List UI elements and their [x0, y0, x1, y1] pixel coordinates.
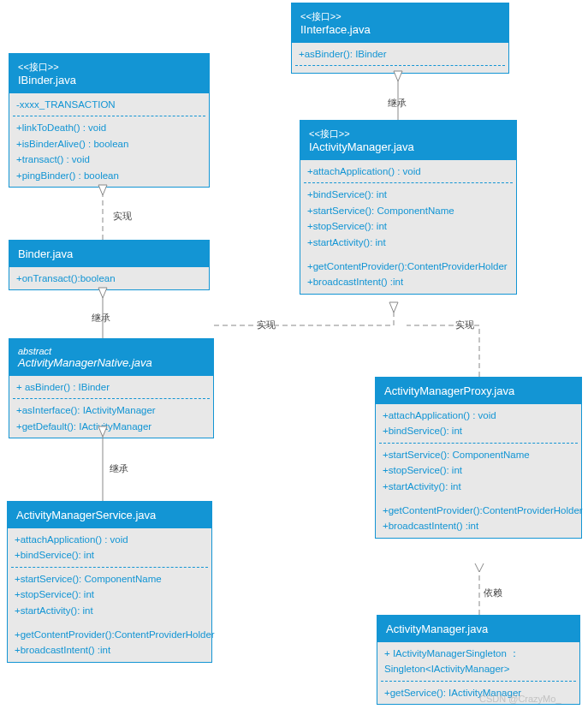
class-title: ActivityManagerService.java	[16, 509, 156, 521]
class-binder: Binder.java +onTransact():boolean	[9, 240, 210, 290]
label-inherit: 继承	[388, 97, 407, 110]
class-header: ActivityManagerProxy.java	[376, 378, 581, 404]
class-header: ActivityManagerService.java	[8, 502, 211, 528]
m2: +startService(): ComponentName +stopServ…	[379, 443, 578, 498]
label-inherit: 继承	[110, 462, 128, 475]
methods: +linkToDeath() : void +isBinderAlive() :…	[13, 116, 205, 187]
m3: +getContentProvider():ContentProviderHol…	[376, 499, 581, 538]
class-ibinder: <<接口>> IBinder.java -xxxx_TRANSACTION +l…	[9, 53, 210, 188]
class-amnative: abstract ActivityManagerNative.java + as…	[9, 338, 214, 438]
class-title: IActivityManager.java	[309, 140, 414, 153]
stereotype: <<接口>>	[309, 128, 508, 140]
label-realize: 实现	[257, 319, 276, 331]
label-realize: 实现	[455, 319, 474, 331]
m2: +bindService(): int +startService(): Com…	[304, 182, 513, 253]
label-inherit: 继承	[92, 312, 110, 325]
methods: +onTransact():boolean	[9, 267, 209, 289]
label-realize: 实现	[113, 210, 132, 223]
class-title: ActivityManagerProxy.java	[384, 384, 514, 397]
empty-section	[295, 65, 505, 73]
class-title: ActivityManager.java	[386, 623, 488, 635]
methods: +asBinder(): IBinder	[292, 43, 508, 65]
class-amproxy: ActivityManagerProxy.java +attachApplica…	[375, 377, 582, 539]
m1: +attachApplication() : void +bindService…	[376, 404, 581, 443]
class-title: IBinder.java	[18, 74, 76, 86]
class-iinterface: <<接口>> IInterface.java +asBinder(): IBin…	[291, 3, 509, 74]
m1: + asBinder() : IBinder	[9, 376, 213, 398]
class-am: ActivityManager.java + IActivityManagerS…	[377, 615, 580, 705]
class-header: Binder.java	[9, 241, 209, 267]
watermark: CSDN @CrazyMo_	[479, 694, 561, 704]
stereotype: abstract	[18, 346, 205, 356]
class-title: Binder.java	[18, 247, 73, 260]
stereotype: <<接口>>	[300, 10, 500, 23]
class-header: ActivityManager.java	[377, 616, 579, 642]
class-ams: ActivityManagerService.java +attachAppli…	[7, 501, 212, 663]
class-header: abstract ActivityManagerNative.java	[9, 339, 213, 376]
class-header: <<接口>> IActivityManager.java	[300, 121, 516, 160]
class-title: ActivityManagerNative.java	[18, 356, 152, 369]
m2: +startService(): ComponentName +stopServ…	[11, 567, 208, 622]
m3: +getContentProvider():ContentProviderHol…	[300, 255, 516, 294]
m1: +attachApplication() : void +bindService…	[8, 528, 211, 567]
stereotype: <<接口>>	[18, 61, 200, 74]
m1: +attachApplication() : void	[300, 160, 516, 182]
class-iactivitymanager: <<接口>> IActivityManager.java +attachAppl…	[300, 120, 517, 295]
attrs: -xxxx_TRANSACTION	[9, 93, 209, 116]
class-header: <<接口>> IBinder.java	[9, 54, 209, 93]
m2: +asInterface(): IActivityManager +getDef…	[13, 398, 210, 438]
class-header: <<接口>> IInterface.java	[292, 3, 508, 43]
m3: +getContentProvider():ContentProviderHol…	[8, 623, 211, 662]
class-title: IInterface.java	[300, 23, 371, 36]
m1: + IActivityManagerSingleton ：Singleton<I…	[377, 642, 579, 681]
label-depend: 依赖	[484, 587, 502, 599]
